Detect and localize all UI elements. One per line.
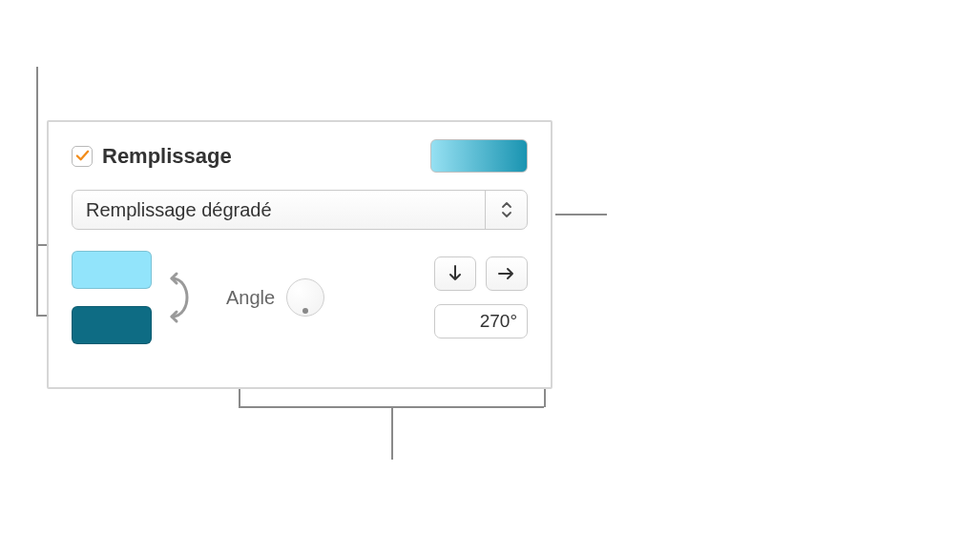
arrow-right-icon [497,266,516,281]
direction-buttons [434,256,528,291]
angle-right-column: 270° [434,256,528,338]
gradient-controls-row: Angle 270° [72,251,528,344]
angle-dial-circle [286,278,324,317]
gradient-swatches [72,251,152,344]
swap-icon [164,267,191,328]
fill-type-dropdown[interactable]: Remplissage dégradé [72,190,528,230]
fill-type-selected: Remplissage dégradé [73,191,485,229]
callout-line [391,406,393,460]
direction-vertical-button[interactable] [434,256,476,291]
chevron-updown-icon [485,191,527,229]
fill-header-row: Remplissage [72,139,528,173]
callout-line [36,67,38,244]
angle-label: Angle [226,287,275,309]
fill-preview-swatch[interactable] [430,139,528,173]
angle-dial[interactable] [286,278,324,317]
checkmark-icon [75,149,90,163]
angle-value: 270° [480,311,517,332]
angle-dial-indicator [302,308,308,314]
direction-horizontal-button[interactable] [486,256,528,291]
swap-colors-button[interactable] [161,259,194,336]
angle-input[interactable]: 270° [434,304,528,338]
callout-line [544,389,546,407]
fill-checkbox[interactable] [72,146,93,167]
gradient-color-1[interactable] [72,251,152,289]
callout-line [36,244,38,316]
callout-line [555,214,607,215]
callout-line [239,389,240,407]
fill-checkbox-wrap: Remplissage [72,144,232,169]
arrow-down-icon [448,264,463,283]
fill-checkbox-label: Remplissage [102,144,232,169]
gradient-color-2[interactable] [72,306,152,344]
fill-panel: Remplissage Remplissage dégradé Angle [47,120,553,389]
